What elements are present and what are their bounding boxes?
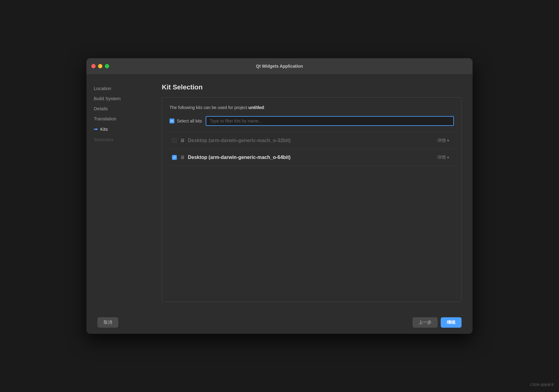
sidebar-item-details[interactable]: Details: [86, 104, 151, 114]
titlebar: Qt Widgets Application: [86, 58, 473, 74]
back-button[interactable]: 上一步: [413, 317, 438, 328]
select-all-label[interactable]: Select all kits: [169, 119, 202, 123]
kit-name-64bit: Desktop (arm-darwin-generic-mach_o-64bit…: [188, 155, 432, 160]
kit-checkbox-64bit[interactable]: [172, 155, 177, 160]
select-all-checkbox[interactable]: [169, 119, 174, 123]
kits-list: 🖥 Desktop (arm-darwin-generic-mach_o-32b…: [169, 132, 454, 166]
sidebar-item-label: Translation: [94, 116, 116, 121]
kit-filter-input[interactable]: [206, 116, 454, 126]
maximize-button[interactable]: [105, 64, 109, 68]
close-button[interactable]: [91, 64, 96, 68]
sidebar-item-label: Details: [94, 106, 108, 111]
details-button-32bit[interactable]: 详情 ▾: [435, 137, 451, 145]
main-window: Qt Widgets Application Location Build Sy…: [86, 58, 473, 334]
current-arrow-icon: ➡: [94, 126, 98, 132]
sidebar-item-build-system[interactable]: Build System: [86, 93, 151, 104]
watermark: CSDN @拾叁半: [530, 383, 554, 387]
details-label-32bit: 详情: [437, 138, 446, 143]
kit-row: 🖥 Desktop (arm-darwin-generic-mach_o-32b…: [169, 132, 454, 149]
sidebar-item-label: Summary: [94, 137, 113, 142]
kit-checkbox-32bit[interactable]: [172, 138, 177, 143]
window-title: Qt Widgets Application: [256, 64, 303, 69]
footer-right-buttons: 上一步 继续: [413, 317, 462, 328]
cancel-button[interactable]: 取消: [97, 317, 118, 328]
sidebar-item-label: Location: [94, 86, 111, 91]
sidebar-item-location[interactable]: Location: [86, 83, 151, 93]
filter-row: Select all kits: [169, 116, 454, 126]
sidebar-item-label: Build System: [94, 96, 121, 101]
monitor-icon: 🖥: [180, 155, 185, 160]
kit-panel: The following kits can be used for proje…: [162, 97, 462, 302]
chevron-down-icon: ▾: [447, 138, 449, 143]
details-button-64bit[interactable]: 详情 ▾: [435, 153, 451, 161]
kit-name-32bit: Desktop (arm-darwin-generic-mach_o-32bit…: [188, 138, 432, 143]
monitor-icon: 🖥: [180, 138, 185, 143]
minimize-button[interactable]: [98, 64, 102, 68]
description: The following kits can be used for proje…: [169, 105, 454, 110]
chevron-down-icon: ▾: [447, 155, 449, 160]
select-all-text: Select all kits: [177, 119, 202, 123]
sidebar-item-label: Kits: [100, 126, 108, 132]
details-label-64bit: 详情: [437, 155, 446, 160]
main-content: Location Build System Details Translatio…: [86, 74, 473, 311]
project-name: untitled: [249, 105, 264, 110]
footer: 取消 上一步 继续: [86, 311, 473, 334]
content-area: Kit Selection The following kits can be …: [151, 74, 473, 311]
continue-button[interactable]: 继续: [441, 317, 462, 328]
page-title: Kit Selection: [162, 83, 462, 91]
sidebar-item-summary: Summary: [86, 134, 151, 145]
sidebar-item-kits[interactable]: ➡ Kits: [86, 124, 151, 134]
kit-row: 🖥 Desktop (arm-darwin-generic-mach_o-64b…: [169, 149, 454, 166]
sidebar: Location Build System Details Translatio…: [86, 74, 151, 311]
sidebar-item-translation[interactable]: Translation: [86, 114, 151, 124]
window-controls: [91, 64, 109, 68]
